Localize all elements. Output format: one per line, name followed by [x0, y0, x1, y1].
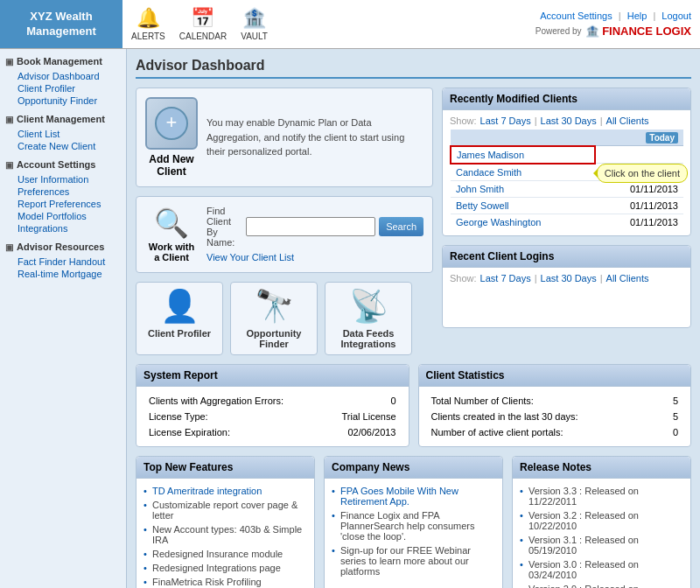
logo: XYZ Wealth Management [0, 0, 122, 48]
sidebar-client-list[interactable]: Client List [5, 128, 121, 140]
client-statistics-header: Client Statistics [419, 365, 691, 387]
svg-text:+: + [166, 111, 178, 133]
nav-alerts[interactable]: 🔔 ALERTS [131, 7, 165, 41]
sidebar-report-preferences[interactable]: Report Preferences [5, 198, 121, 210]
icon-row: 👤 Client Profiler 🔭 Opportunity Finder 📡… [136, 282, 433, 355]
opportunity-finder-card[interactable]: 🔭 Opportunity Finder [230, 282, 318, 355]
client-management-toggle[interactable]: ▣ [5, 115, 13, 124]
client-profiler-icon: 👤 [160, 288, 200, 325]
logins-show-all-clients[interactable]: All Clients [606, 273, 649, 284]
recently-modified-body: Show: Last 7 Days | Last 30 Days | All C… [443, 110, 690, 235]
show-last-30-days[interactable]: Last 30 Days [541, 116, 597, 126]
search-button[interactable]: Search [379, 217, 424, 236]
recent-logins-panel: Recent Client Logins Show: Last 7 Days |… [442, 245, 691, 328]
stats-row-2: Number of active client portals: 0 [428, 425, 682, 439]
sidebar-realtime-mortgage[interactable]: Real-time Mortgage [5, 268, 121, 280]
client-link-george[interactable]: George Washington [456, 217, 541, 228]
news-link-0[interactable]: FPA Goes Mobile With New Retirement App. [340, 486, 458, 507]
page-title: Advisor Dashboard [136, 58, 691, 79]
news-item-2: Sign-up for our FREE Webinar series to l… [332, 543, 495, 578]
book-management-toggle[interactable]: ▣ [5, 57, 13, 66]
release-notes-body: Version 3.3 : Released on 11/22/2011 Ver… [513, 479, 690, 588]
stats-row-0: Total Number of Clients: 5 [428, 394, 682, 408]
advisor-resources-toggle[interactable]: ▣ [5, 242, 13, 252]
sidebar-user-information[interactable]: User Information [5, 173, 121, 186]
sidebar-integrations[interactable]: Integrations [5, 222, 121, 234]
alerts-icon: 🔔 [136, 7, 160, 30]
add-new-client-description: You may enable Dynamic Plan or Data Aggr… [206, 116, 424, 159]
top-features-panel: Top New Features TD Ameritrade integrati… [136, 456, 315, 588]
client-profiler-card[interactable]: 👤 Client Profiler [136, 282, 223, 355]
client-link-candace[interactable]: Candace Smith [456, 167, 522, 178]
company-news-panel: Company News FPA Goes Mobile With New Re… [324, 456, 503, 588]
data-feeds-icon: 📡 [349, 288, 388, 325]
top-features-body: TD Ameritrade integration Customizable r… [136, 479, 314, 588]
logout-link[interactable]: Logout [662, 10, 691, 21]
sidebar-section-book-management: ▣ Book Management [5, 56, 121, 66]
report-row-0: Clients with Aggregation Errors: 0 [145, 394, 400, 408]
system-report-body: Clients with Aggregation Errors: 0 Licen… [136, 387, 409, 446]
top-features-list: TD Ameritrade integration Customizable r… [144, 484, 307, 588]
feature-item-5: FinaMetrica Risk Profiling [144, 575, 307, 588]
view-client-list-link[interactable]: View Your Client List [206, 252, 294, 262]
release-item-2: Version 3.1 : Released on 05/19/2010 [520, 533, 683, 557]
left-panels: + Add New Client You may enable Dynamic … [136, 88, 433, 355]
col-today: Today [595, 130, 683, 146]
recent-logins-body: Show: Last 7 Days | Last 30 Days | All C… [443, 268, 690, 327]
right-panels: Recently Modified Clients Show: Last 7 D… [442, 88, 691, 355]
feature-item-0: TD Ameritrade integration [144, 484, 307, 498]
top-row: + Add New Client You may enable Dynamic … [136, 88, 691, 355]
feature-item-1: Customizable report cover page & letter [144, 498, 307, 522]
sidebar-preferences[interactable]: Preferences [5, 186, 121, 198]
finance-logix-logo: 🏦 FINANCE LOGIX [585, 24, 691, 38]
system-report-table: Clients with Aggregation Errors: 0 Licen… [144, 392, 402, 441]
sidebar-client-profiler[interactable]: Client Profiler [5, 82, 121, 94]
client-link-john[interactable]: John Smith [456, 184, 504, 194]
client-row-george[interactable]: George Washington 01/11/2013 [451, 214, 683, 230]
work-card-right: Find Client By Name: Search View Your Cl… [206, 206, 424, 263]
recently-modified-header: Recently Modified Clients [443, 88, 690, 110]
col-name [451, 130, 595, 146]
recent-logins-empty [450, 287, 683, 322]
sidebar-advisor-dashboard[interactable]: Advisor Dashboard [5, 70, 121, 82]
release-item-1: Version 3.2 : Released on 10/22/2010 [520, 508, 683, 533]
find-client-row: Find Client By Name: Search [206, 206, 424, 248]
feature-item-2: New Account types: 403b & Simple IRA [144, 522, 307, 547]
calendar-icon: 📅 [191, 7, 214, 30]
release-item-3: Version 3.0 : Released on 03/24/2010 [520, 557, 683, 582]
logins-show-last-30-days[interactable]: Last 30 Days [541, 273, 597, 284]
client-row-james[interactable]: James Madison Click on the client [451, 146, 683, 164]
powered-by: Powered by 🏦 FINANCE LOGIX [536, 24, 691, 38]
show-last-7-days[interactable]: Last 7 Days [480, 116, 531, 126]
data-feeds-label: Data Feeds Integrations [331, 328, 406, 349]
company-news-list: FPA Goes Mobile With New Retirement App.… [332, 484, 495, 578]
recent-logins-header: Recent Client Logins [443, 246, 690, 268]
add-new-client-icon[interactable]: + [145, 97, 198, 150]
find-client-label: Find Client By Name: [206, 206, 242, 248]
find-client-input[interactable] [246, 217, 375, 236]
account-settings-toggle[interactable]: ▣ [5, 160, 13, 170]
work-with-client-icon[interactable]: 🔍 Work with a Client [145, 206, 198, 262]
news-item-1: Finance Logix and FPA PlannerSearch help… [332, 508, 495, 543]
nav-vault[interactable]: 🏦 VAULT [241, 7, 268, 41]
client-link-betty[interactable]: Betty Sowell [456, 200, 509, 211]
sidebar-model-portfolios[interactable]: Model Portfolios [5, 210, 121, 222]
help-link[interactable]: Help [627, 10, 648, 21]
data-feeds-card[interactable]: 📡 Data Feeds Integrations [325, 282, 412, 355]
release-notes-header: Release Notes [513, 457, 690, 479]
logins-show-last-7-days[interactable]: Last 7 Days [480, 273, 531, 284]
content-area: Advisor Dashboard + Add New Client [127, 49, 700, 588]
sidebar-fact-finder[interactable]: Fact Finder Handout [5, 256, 121, 268]
account-settings-link[interactable]: Account Settings [540, 10, 612, 21]
feature-link-0[interactable]: TD Ameritrade integration [152, 486, 262, 496]
client-row-betty[interactable]: Betty Sowell 01/11/2013 [451, 197, 683, 214]
sidebar-create-new-client[interactable]: Create New Client [5, 140, 121, 152]
nav-calendar[interactable]: 📅 CALENDAR [179, 7, 227, 41]
client-link-james[interactable]: James Madison [457, 150, 524, 160]
sidebar-opportunity-finder[interactable]: Opportunity Finder [5, 94, 121, 107]
show-all-clients[interactable]: All Clients [606, 116, 649, 126]
nav-bar: 🔔 ALERTS 📅 CALENDAR 🏦 VAULT [122, 0, 276, 48]
recently-modified-panel: Recently Modified Clients Show: Last 7 D… [442, 88, 691, 236]
release-item-4: Version 2.9 : Released on 11/17/2009 [520, 582, 683, 588]
tooltip-click-client: Click on the client [597, 164, 688, 183]
